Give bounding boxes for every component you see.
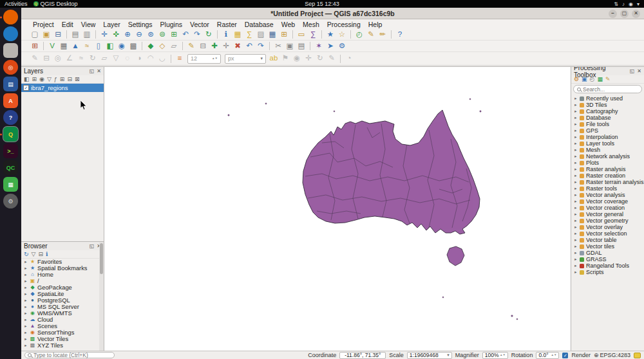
chevron-right-icon[interactable]: ▸ [24, 279, 28, 284]
cut-features-icon[interactable]: ✂ [273, 41, 283, 51]
save-edits-dropdown-icon[interactable]: ⊟ [41, 53, 52, 64]
filter-by-expression-icon[interactable]: ƒ [54, 77, 57, 82]
rotate-feature-icon[interactable]: ↻ [88, 53, 98, 64]
browser-item[interactable]: ▸ ★ Spatial Bookmarks [21, 265, 104, 272]
chevron-right-icon[interactable]: ▸ [574, 244, 578, 249]
chevron-right-icon[interactable]: ▸ [574, 205, 578, 210]
browser-item[interactable]: ▸ ◉ WMS/WMTS [21, 310, 104, 317]
menu-item[interactable]: Processing [323, 21, 365, 28]
browser-scrollbar[interactable] [99, 242, 104, 351]
chevron-right-icon[interactable]: ▸ [574, 134, 578, 140]
processing-group[interactable]: ▸ Cartography [571, 108, 644, 115]
browser-item[interactable]: ▸ ▩ Vector Tiles [21, 336, 104, 342]
chevron-right-icon[interactable]: ▸ [574, 160, 578, 165]
temporal-controller-icon[interactable]: ◴ [354, 30, 365, 40]
processing-search-input[interactable] [583, 86, 638, 93]
close-button[interactable]: ✕ [632, 10, 640, 18]
chevron-right-icon[interactable]: ▸ [574, 102, 578, 107]
menu-item[interactable]: Vector [186, 21, 213, 28]
reshape-features-icon[interactable]: ◠ [146, 53, 156, 64]
processing-group[interactable]: ▸ Raster creation [571, 172, 644, 179]
browser-item[interactable]: ▸ ☁ Cloud [21, 317, 104, 323]
select-features-icon[interactable]: ▦ [232, 30, 243, 40]
map-canvas[interactable] [104, 66, 571, 351]
change-label-properties-icon[interactable]: ✎ [327, 53, 337, 64]
add-group-icon[interactable]: ⊞ [32, 77, 37, 82]
processing-group[interactable]: ▸ Vector overlay [571, 224, 644, 230]
chevron-right-icon[interactable]: ▸ [24, 336, 28, 342]
history-icon[interactable]: ◴ [590, 77, 595, 82]
spinner-icon[interactable]: ▲▼ [212, 57, 218, 60]
diagram-options-icon[interactable]: ◔ [344, 53, 354, 64]
measure-icon[interactable]: ▭ [296, 30, 307, 40]
qc-app-icon[interactable]: QC [3, 160, 18, 175]
settings-icon[interactable]: ⚙ [3, 194, 18, 208]
rotate-label-icon[interactable]: ↻ [315, 53, 325, 64]
browser-item[interactable]: ▸ ▩ XYZ Tiles [21, 342, 104, 349]
menu-item[interactable]: Raster [213, 21, 241, 28]
chevron-right-icon[interactable]: ▸ [24, 266, 28, 271]
scale-combo[interactable]: 1:19609468 ▾ [407, 352, 452, 359]
chevron-right-icon[interactable]: ▸ [24, 298, 28, 303]
expand-all-icon[interactable]: ⊞ [60, 77, 65, 82]
data-source-manager-icon[interactable]: ⊞ [30, 41, 40, 51]
chevron-right-icon[interactable]: ▸ [24, 304, 28, 309]
processing-group[interactable]: ▸ Recently used [571, 95, 644, 102]
zoom-in-icon[interactable]: ⊕ [122, 30, 133, 40]
chevron-right-icon[interactable]: ▸ [574, 128, 578, 133]
network-icon[interactable]: ⇅ [614, 1, 618, 7]
annotation-icon[interactable]: ✏ [377, 30, 388, 40]
processing-group[interactable]: ▸ File tools [571, 121, 644, 127]
clock[interactable]: Sep 15 12:43 [305, 1, 339, 7]
chevron-right-icon[interactable]: ▸ [574, 225, 578, 230]
chevron-right-icon[interactable]: ▸ [574, 96, 578, 101]
processing-group[interactable]: ▸ 3D Tiles [571, 102, 644, 108]
processing-search[interactable] [573, 85, 642, 93]
new-layout-icon[interactable]: ▤ [70, 30, 80, 40]
processing-group[interactable]: ▸ Network analysis [571, 153, 644, 160]
terminal-icon[interactable]: >_ [3, 143, 18, 158]
add-wms-icon[interactable]: ◉ [117, 41, 127, 51]
add-vector-layer-icon[interactable]: V [47, 41, 57, 51]
collapse-all-icon[interactable]: ⊟ [38, 252, 43, 257]
rotation-spinbox[interactable]: 0.0° ▲▼ [536, 352, 559, 359]
label-icon[interactable]: ab [269, 53, 279, 64]
chevron-right-icon[interactable]: ▸ [24, 343, 28, 348]
statistics-icon[interactable]: ∑ [308, 30, 318, 40]
processing-group[interactable]: ▸ Raster terrain analysis [571, 179, 644, 185]
map-tips-icon[interactable]: ✎ [366, 30, 376, 40]
chevron-right-icon[interactable]: ▸ [574, 270, 578, 275]
processing-group[interactable]: ▸ Vector analysis [571, 192, 644, 198]
activities-button[interactable]: Activities [5, 1, 28, 7]
zoom-last-icon[interactable]: ↶ [180, 30, 191, 40]
processing-group[interactable]: ▸ Vector general [571, 211, 644, 217]
spinner-icon[interactable]: ▲▼ [500, 354, 506, 357]
chevron-right-icon[interactable]: ▸ [574, 218, 578, 223]
attribute-table-icon[interactable]: ▦ [267, 30, 278, 40]
chevron-right-icon[interactable]: ▸ [574, 154, 578, 159]
pan-to-selection-icon[interactable]: ✜ [111, 30, 121, 40]
add-mesh-layer-icon[interactable]: ▲ [70, 41, 80, 51]
stream-digitizing-icon[interactable]: ≈ [76, 53, 86, 64]
browser-item[interactable]: ▸ ● PostgreSQL [21, 297, 104, 304]
processing-group[interactable]: ▸ Vector selection [571, 230, 644, 237]
chevron-right-icon[interactable]: ▸ [574, 147, 578, 152]
chevron-right-icon[interactable]: ▸ [574, 212, 578, 217]
close-panel-icon[interactable]: ✕ [637, 69, 641, 74]
chevron-right-icon[interactable]: ▸ [574, 231, 578, 236]
processing-group[interactable]: ▸ Layer tools [571, 140, 644, 147]
zoom-to-selection-icon[interactable]: ⊚ [157, 30, 167, 40]
qgis-icon[interactable]: Q [3, 127, 18, 142]
new-virtual-layer-icon[interactable]: ▱ [169, 41, 179, 51]
font-size-combo[interactable]: 12 ▲▼ [187, 54, 221, 64]
float-panel-icon[interactable]: ◱ [630, 69, 635, 74]
new-shapefile-icon[interactable]: ◇ [157, 41, 167, 51]
processing-group[interactable]: ▸ Interpolation [571, 134, 644, 140]
browser-item[interactable]: ▸ ⌂ Home [21, 272, 104, 278]
chevron-right-icon[interactable]: ▸ [24, 324, 28, 329]
add-feature-icon[interactable]: ✚ [209, 41, 220, 51]
python-console-icon[interactable]: ➤ [325, 41, 336, 51]
maximize-button[interactable]: ▢ [620, 10, 629, 18]
processing-group[interactable]: ▸ Vector table [571, 237, 644, 243]
menu-item[interactable]: Database [241, 21, 278, 28]
